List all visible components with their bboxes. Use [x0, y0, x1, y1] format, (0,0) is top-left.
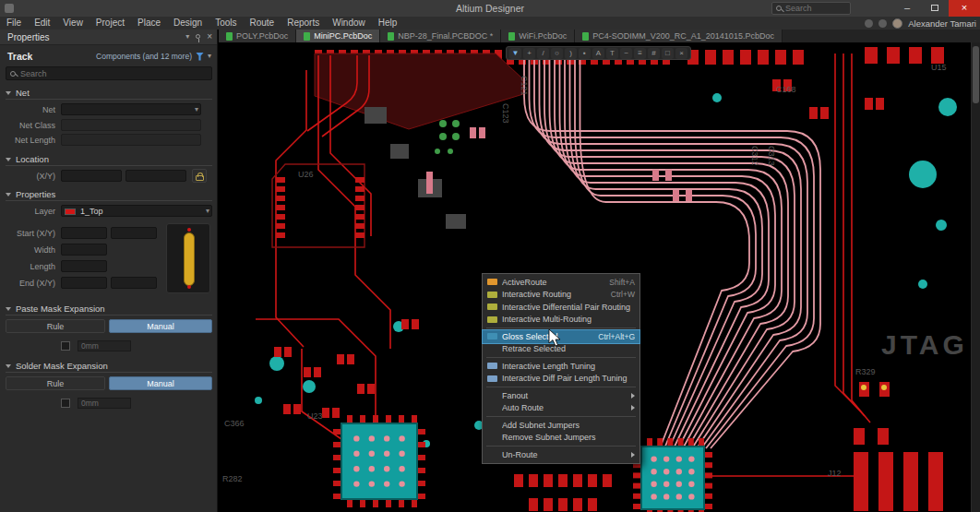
- menu-item-multi-routing[interactable]: Interactive Multi-Routing: [483, 314, 639, 327]
- solder-mask-manual-button[interactable]: Manual: [109, 376, 212, 390]
- object-type-label: Track: [7, 51, 32, 62]
- section-title: Location: [16, 154, 49, 164]
- tab-label: MiniPC.PcbDoc: [314, 31, 372, 41]
- paste-mask-manual-button[interactable]: Manual: [109, 319, 212, 333]
- crosshair-icon[interactable]: +: [523, 48, 535, 59]
- menu-item-retrace-selected[interactable]: Retrace Selected: [483, 343, 639, 356]
- menu-item-add-subnet-jumpers[interactable]: Add Subnet Jumpers: [483, 419, 639, 432]
- track-end-dot: [187, 285, 191, 289]
- fill-icon[interactable]: ▪: [579, 48, 591, 59]
- menu-item-label: Retrace Selected: [502, 344, 635, 353]
- multi-routing-icon: [487, 316, 497, 323]
- location-y-input[interactable]: [125, 170, 186, 182]
- menu-help[interactable]: Help: [372, 17, 404, 30]
- user-name[interactable]: Alexander Tamari: [908, 18, 976, 29]
- pcb-ref-c366: C366: [224, 419, 245, 428]
- menu-window[interactable]: Window: [326, 17, 372, 30]
- tab-wifi-pcbdoc[interactable]: WiFi.PcbDoc: [501, 30, 575, 42]
- section-paste-mask[interactable]: Paste Mask Expansion: [6, 303, 212, 316]
- settings-icon[interactable]: [878, 19, 887, 28]
- chevron-down-icon[interactable]: ▾: [208, 52, 211, 61]
- start-y-input[interactable]: [111, 227, 157, 239]
- user-avatar[interactable]: [892, 18, 902, 29]
- menu-item-label: Add Subnet Jumpers: [502, 421, 635, 430]
- section-solder-mask[interactable]: Solder Mask Expansion: [6, 360, 212, 373]
- route-icon[interactable]: /: [537, 48, 549, 59]
- minimize-button[interactable]: –: [893, 0, 921, 17]
- menu-item-gloss-selected[interactable]: Gloss Selected Ctrl+Alt+G: [483, 330, 639, 343]
- menu-item-diff-pair-routing[interactable]: Interactive Differential Pair Routing: [483, 301, 639, 314]
- section-properties[interactable]: Properties: [6, 188, 212, 201]
- pcbdoc-icon: [582, 32, 589, 41]
- section-location[interactable]: Location: [6, 153, 212, 166]
- end-y-input[interactable]: [111, 277, 157, 289]
- panel-close-icon[interactable]: ×: [207, 31, 212, 42]
- menu-project[interactable]: Project: [90, 17, 131, 30]
- menu-item-remove-subnet-jumpers[interactable]: Remove Subnet Jumpers: [483, 432, 639, 445]
- panel-search-input[interactable]: [20, 69, 196, 78]
- menu-item-diff-length-tuning[interactable]: Interactive Diff Pair Length Tuning: [483, 373, 639, 386]
- layers-icon[interactable]: ≡: [634, 48, 646, 59]
- solder-mask-value[interactable]: 0mm: [78, 398, 131, 409]
- notifications-icon[interactable]: [865, 19, 873, 28]
- menu-separator: [486, 327, 636, 328]
- scope-selector[interactable]: Components (and 12 more): [96, 52, 192, 61]
- menu-item-label: Interactive Length Tuning: [502, 362, 635, 371]
- net-select[interactable]: ▾: [61, 103, 201, 115]
- menu-item-label: Interactive Routing: [502, 290, 605, 299]
- grid-icon[interactable]: #: [648, 48, 660, 59]
- menu-tools[interactable]: Tools: [209, 17, 243, 30]
- menu-edit[interactable]: Edit: [28, 17, 56, 30]
- menu-reports[interactable]: Reports: [281, 17, 326, 30]
- text-icon[interactable]: T: [606, 48, 618, 59]
- close-button[interactable]: ×: [949, 0, 980, 17]
- region-icon[interactable]: □: [662, 48, 674, 59]
- more-icon[interactable]: ×: [675, 48, 687, 59]
- lock-button[interactable]: [192, 169, 207, 183]
- arc-icon[interactable]: ): [565, 48, 577, 59]
- filter-funnel-icon[interactable]: [196, 53, 204, 61]
- solder-mask-checkbox[interactable]: [61, 399, 70, 408]
- menu-design[interactable]: Design: [167, 17, 209, 30]
- tab-nbp28-final-pcbdoc[interactable]: NBP-28_Final.PCBDOC *: [380, 30, 501, 42]
- menu-item-shortcut: Ctrl+W: [611, 290, 635, 299]
- tab-pc4-sodimm-pcbdoc[interactable]: PC4-SODIMM_V200_RC_A1_20141015.PcbDoc: [575, 30, 783, 42]
- solder-mask-rule-button[interactable]: Rule: [6, 376, 105, 390]
- menu-route[interactable]: Route: [244, 17, 281, 30]
- length-input[interactable]: [61, 260, 107, 272]
- menu-view[interactable]: View: [56, 17, 90, 30]
- maximize-button[interactable]: [921, 0, 949, 17]
- filter-icon[interactable]: ▼: [509, 48, 521, 59]
- scrollbar-thumb[interactable]: [973, 46, 979, 103]
- string-icon[interactable]: A: [592, 48, 604, 59]
- vertical-scrollbar[interactable]: [971, 42, 980, 512]
- tab-minipc-pcbdoc[interactable]: MiniPC.PcbDoc: [296, 30, 380, 42]
- paste-mask-value[interactable]: 0mm: [78, 340, 131, 351]
- section-net[interactable]: Net: [6, 87, 212, 100]
- menu-item-interactive-routing[interactable]: Interactive Routing Ctrl+W: [483, 289, 639, 302]
- via-icon[interactable]: ○: [551, 48, 563, 59]
- title-search-box[interactable]: [771, 2, 851, 15]
- paste-mask-checkbox[interactable]: [61, 341, 70, 351]
- menu-place[interactable]: Place: [131, 17, 167, 30]
- pcb-ref-c313: C313: [767, 146, 776, 166]
- location-x-input[interactable]: [61, 170, 122, 182]
- menu-item-un-route[interactable]: Un-Route: [483, 448, 639, 461]
- pin-icon[interactable]: [196, 34, 200, 39]
- menu-item-fanout[interactable]: Fanout: [483, 389, 639, 402]
- start-x-input[interactable]: [61, 227, 107, 239]
- tab-poly-pcbdoc[interactable]: POLY.PcbDoc: [219, 30, 296, 42]
- width-input[interactable]: [61, 244, 107, 256]
- gloss-selected-icon: [487, 333, 497, 339]
- tune-icon[interactable]: ~: [620, 48, 632, 59]
- menu-item-label: Remove Subnet Jumpers: [502, 433, 635, 442]
- menu-file[interactable]: File: [0, 17, 28, 30]
- title-search-input[interactable]: [785, 4, 841, 13]
- layer-select[interactable]: 1_Top ▾: [61, 205, 212, 217]
- chevron-down-icon[interactable]: ▾: [185, 32, 189, 42]
- menu-item-length-tuning[interactable]: Interactive Length Tuning: [483, 360, 639, 373]
- menu-item-activeroute[interactable]: ActiveRoute Shift+A: [483, 276, 639, 289]
- end-x-input[interactable]: [61, 277, 107, 289]
- menu-item-auto-route[interactable]: Auto Route: [483, 402, 639, 415]
- paste-mask-rule-button[interactable]: Rule: [6, 319, 105, 333]
